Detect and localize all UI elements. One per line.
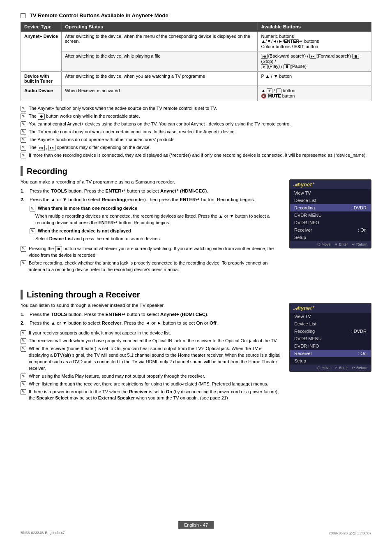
sub-note-multi-device: ✎ When there is more than one recording … [30, 205, 283, 226]
recv-note-text-3: When the receiver (home theater) is set … [29, 346, 283, 372]
note-1: ✎ The Anynet+ function only works when t… [21, 105, 371, 112]
note-text-7: If more than one recording device is con… [29, 152, 371, 159]
step-content: Press the ▲ or ▼ button to select Record… [30, 196, 283, 203]
buttons-tuner: P ▲ / ▼ button [258, 72, 371, 86]
note-icon: ✎ [21, 346, 26, 352]
receiver-step-2: 2. Press the ▲ or ▼ button to select Rec… [21, 320, 283, 327]
menu-setup: Setup [290, 234, 371, 241]
anynet-screen-recording: 𝒜nynet⁺ View TV Device List Recording: D… [289, 179, 371, 248]
col-operating-status: Operating Status [62, 22, 258, 32]
note-icon: ✎ [21, 145, 26, 151]
receiver-step-1: 1. Press the TOOLS button. Press the ENT… [21, 311, 283, 318]
table-row: After switching to the device, while pla… [21, 51, 371, 72]
menu-view-tv-2: View TV [290, 313, 371, 320]
recording-notes: ✎ Pressing the ⏺ button will record what… [21, 246, 283, 273]
recording-title: Recording [21, 166, 371, 176]
recording-step-1: 1. Press the TOOLS button. Press the ENT… [21, 188, 283, 195]
menu-device-list: Device List [290, 197, 371, 204]
note-text-3: You cannot control Anynet+ devices using… [29, 121, 371, 128]
buttons-anynet-file: ⏮(Backward search) / ⏭(Forward search) ⏹… [258, 51, 371, 72]
note-icon: ✎ [21, 106, 26, 111]
receiver-left: You can listen to sound through a receiv… [21, 303, 283, 409]
table-row: Audio Device When Receiver is activated … [21, 86, 371, 101]
recording-left: You can make a recording of a TV program… [21, 179, 283, 281]
recording-content: You can make a recording of a TV program… [21, 179, 371, 281]
anynet-footer-2: ⬡ Move ↵ Enter ↩ Return [290, 365, 371, 371]
recv-note-5: ✎ When listening through the receiver, t… [21, 381, 283, 388]
step-num: 2. [21, 196, 27, 203]
note-text-4: The TV remote control may not work under… [29, 129, 371, 135]
buttons-anynet-menu: Numeric buttons▲/▼/◄/►/ENTER↵ buttonsCol… [258, 32, 371, 51]
note-4: ✎ The TV remote control may not work und… [21, 129, 371, 135]
meta-left: BN68-02334B-Eng.indb 47 [21, 531, 65, 536]
step-num: 1. [21, 188, 27, 195]
page-footer: English - 47 [0, 521, 392, 529]
table-section-title: TV Remote Control Buttons Available in A… [30, 12, 168, 19]
menu-recording-2: Recording: DVDR [290, 327, 371, 335]
receiver-screen: 𝒜nynet⁺ View TV Device List Recording: D… [289, 303, 371, 372]
footer-move-2: ⬡ Move [317, 366, 331, 370]
note-icon: ✎ [21, 129, 26, 135]
menu-dvdr-info-2: DVDR INFO [290, 342, 371, 350]
anynet-footer: ⬡ Move ↵ Enter ↩ Return [290, 241, 371, 248]
sub-note-row: ✎ When the recording device is not displ… [30, 228, 283, 235]
note-icon: ✎ [30, 228, 35, 234]
note-icon: ✎ [21, 246, 26, 252]
note-text-5: The Anynet+ functions do not operate wit… [29, 137, 371, 143]
bottom-meta: BN68-02334B-Eng.indb 47 2009-10-26 오전 11… [21, 531, 371, 536]
recording-step-2: 2. Press the ▲ or ▼ button to select Rec… [21, 196, 283, 203]
note-3: ✎ You cannot control Anynet+ devices usi… [21, 121, 371, 128]
step-content: Press the ▲ or ▼ button to select Receiv… [30, 320, 283, 327]
footer-return-2: ↩ Return [352, 366, 367, 370]
footer-move: ⬡ Move [317, 242, 331, 246]
buttons-audio: ▲ + / − button🔇 MUTE button [258, 86, 371, 101]
note-6: ✎ The ⏮ , ⏭ operations may differ depend… [21, 144, 371, 151]
sub-note-body-2: Select Device List and press the red but… [35, 236, 283, 242]
recv-note-text-6: If there is a power interruption to the … [29, 389, 283, 402]
note-text-1: The Anynet+ function only works when the… [29, 105, 371, 112]
recording-screen: 𝒜nynet⁺ View TV Device List Recording: D… [289, 179, 371, 248]
recv-note-3: ✎ When the receiver (home theater) is se… [21, 346, 283, 372]
menu-recording: Recording: DVDR [290, 204, 371, 211]
footer-enter-2: ↵ Enter [334, 366, 348, 370]
note-text-6: The ⏮ , ⏭ operations may differ dependin… [29, 144, 371, 151]
note-icon: ✎ [21, 114, 26, 119]
step-content: Press the TOOLS button. Press the ENTER↵… [30, 188, 283, 195]
note-icon: ✎ [21, 260, 26, 266]
note-icon: ✎ [21, 137, 26, 143]
recv-note-2: ✎ The receiver will work when you have p… [21, 338, 283, 344]
note-icon: ✎ [21, 389, 26, 395]
note-icon: ✎ [21, 381, 26, 387]
anynet-screen-title: 𝒜nynet⁺ [290, 180, 371, 189]
menu-receiver: Receiver: On [290, 226, 371, 234]
menu-dvdr-info: DVDR INFO [290, 219, 371, 226]
sub-note-title-text: When there is more than one recording de… [38, 205, 283, 212]
step-content: Press the TOOLS button. Press the ENTER↵… [30, 311, 283, 318]
menu-dvdr-menu: DVDR MENU [290, 211, 371, 219]
sub-note-body-1: When multiple recording devices are conn… [35, 213, 283, 226]
note-icon: ✎ [21, 121, 26, 127]
page: TV Remote Control Buttons Available in A… [0, 0, 392, 541]
recv-note-1: ✎ If your receiver supports audio only, … [21, 330, 283, 337]
table-section: TV Remote Control Buttons Available in A… [21, 12, 371, 159]
recv-note-text-5: When listening through the receiver, the… [29, 381, 283, 388]
step-num: 2. [21, 320, 27, 327]
note-text-2: The ⏺ button works only while in the rec… [29, 113, 371, 120]
rec-note-text-2: Before recording, check whether the ante… [29, 260, 283, 273]
receiver-content: You can listen to sound through a receiv… [21, 303, 371, 409]
note-7: ✎ If more than one recording device is c… [21, 152, 371, 159]
device-anynet: Anynet+ Device [21, 32, 62, 72]
rec-note-text-1: Pressing the ⏺ button will record whatev… [29, 246, 283, 259]
device-audio: Audio Device [21, 86, 62, 101]
note-2: ✎ The ⏺ button works only while in the r… [21, 113, 371, 120]
menu-setup-2: Setup [290, 357, 371, 365]
device-tuner: Device withbuilt in Tuner [21, 72, 62, 86]
footer-return: ↩ Return [352, 242, 367, 246]
recv-note-6: ✎ If there is a power interruption to th… [21, 389, 283, 402]
receiver-title: Listening through a Receiver [21, 290, 371, 300]
receiver-section: Listening through a Receiver You can lis… [21, 290, 371, 409]
status-audio: When Receiver is activated [62, 86, 258, 101]
note-icon: ✎ [21, 330, 26, 336]
note-5: ✎ The Anynet+ functions do not operate w… [21, 137, 371, 143]
menu-device-list-2: Device List [290, 320, 371, 327]
